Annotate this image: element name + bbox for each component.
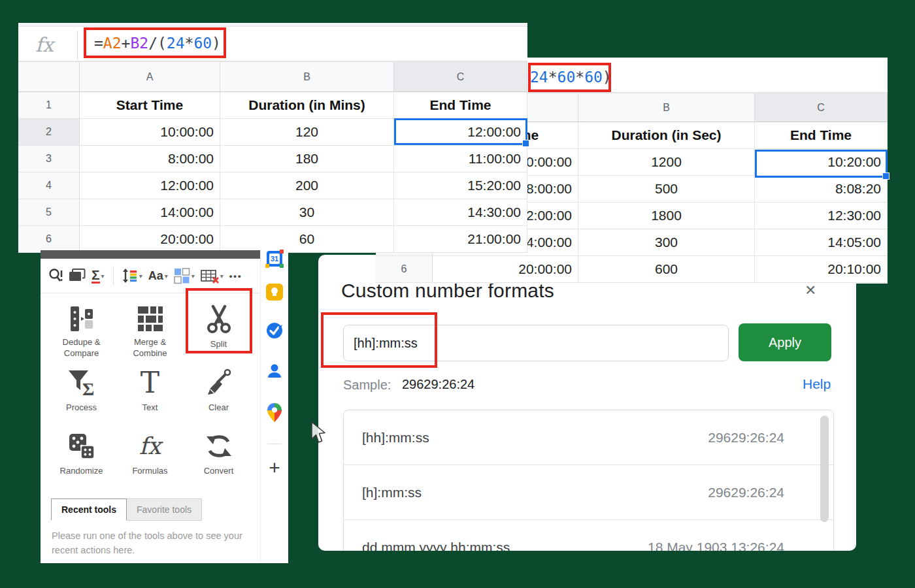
dedupe-compare-icon — [67, 302, 97, 335]
row-number[interactable]: 6 — [376, 256, 433, 283]
cell-c5[interactable]: 14:30:00 — [394, 199, 527, 226]
merge-cells-icon[interactable]: ▾ — [174, 268, 195, 284]
tool-label: Merge & Combine — [119, 337, 181, 359]
cell-c1[interactable]: End Time — [394, 92, 527, 119]
tool-dedupe-compare[interactable]: Dedupe & Compare — [47, 296, 116, 359]
tab-favorite-tools[interactable]: Favorite tools — [127, 498, 202, 521]
cell-a4[interactable]: 12:00:00 — [80, 172, 220, 199]
tool-randomize[interactable]: Randomize — [47, 423, 116, 486]
sample-value: 29629:26:24 — [402, 377, 474, 392]
cell-c6[interactable]: 20:10:00 — [755, 256, 888, 283]
cell-a3[interactable]: 8:00:00 — [80, 146, 220, 172]
cell-b4[interactable]: 200 — [220, 172, 394, 199]
add-addon-icon[interactable]: + — [269, 457, 280, 479]
format-list-item[interactable]: dd mmm yyyy hh:mm:ss 18 May 1903 13:26:2… — [344, 520, 833, 551]
sheets-manager-icon[interactable] — [69, 269, 86, 283]
column-header-b[interactable]: B — [578, 93, 755, 122]
tool-convert[interactable]: Convert — [184, 423, 253, 486]
cell-c3[interactable]: 8:08:20 — [755, 176, 888, 203]
cell-a2[interactable]: 10:00:00 — [80, 119, 220, 146]
row-number[interactable]: 5 — [18, 199, 80, 226]
row-number[interactable]: 4 — [18, 172, 80, 199]
cell-b3[interactable]: 180 — [220, 146, 394, 172]
format-list-item[interactable]: [h]:mm:ss 29629:26:24 — [344, 465, 833, 520]
keep-icon[interactable] — [266, 284, 283, 301]
format-code: dd mmm yyyy hh:mm:ss — [362, 540, 510, 551]
format-list-item[interactable]: [hh]:mm:ss 29629:26:24 — [344, 410, 833, 465]
apply-button[interactable]: Apply — [739, 323, 831, 361]
recent-tools-empty-message: Please run one of the tools above to see… — [52, 529, 248, 558]
chevron-down-icon: ▾ — [139, 272, 142, 280]
tool-process[interactable]: Σ Process — [47, 359, 116, 423]
fill-handle[interactable] — [882, 172, 890, 180]
search-replace-icon[interactable] — [48, 268, 63, 284]
cell-b6[interactable]: 60 — [220, 226, 394, 253]
tab-recent-tools[interactable]: Recent tools — [51, 498, 127, 521]
row-number[interactable]: 1 — [18, 92, 80, 119]
tool-formulas[interactable]: fx Formulas — [116, 423, 184, 486]
power-tools-panel: Σ ▾ ▾ Aa ▾ ▾ ▾ ••• — [41, 250, 288, 563]
sheet2-formula-highlight-box: 24*60*60) — [528, 63, 611, 92]
cell-a5[interactable]: 14:00:00 — [80, 199, 220, 226]
cell-c4[interactable]: 15:20:00 — [394, 172, 527, 199]
contacts-icon[interactable] — [266, 363, 283, 382]
desktop-background: Custom number formats × Apply Sample: 29… — [0, 0, 915, 588]
column-header-a[interactable]: A — [80, 61, 220, 92]
tool-merge-combine[interactable]: Merge & Combine — [116, 296, 184, 359]
selected-cell-outline — [755, 150, 888, 178]
chevron-down-icon: ▾ — [165, 272, 168, 280]
table-row: 1 Start Time Duration (in Mins) End Time — [18, 92, 527, 119]
format-code: [hh]:mm:ss — [362, 430, 429, 446]
formula-bar-divider — [77, 31, 78, 59]
help-link[interactable]: Help — [803, 376, 831, 392]
cell-b3[interactable]: 500 — [578, 176, 755, 203]
cell-a1[interactable]: Start Time — [80, 92, 220, 119]
maps-icon[interactable] — [267, 403, 282, 425]
fill-handle[interactable] — [522, 140, 529, 147]
sheet1-formula-highlight-box: =A2+B2/(24*60) — [84, 27, 226, 58]
sheet1-formula: =A2+B2/(24*60) — [86, 30, 224, 52]
close-icon[interactable]: × — [805, 281, 816, 299]
row-number[interactable]: 6 — [18, 226, 80, 253]
sheet1-duration-minutes: fx =A2+B2/(24*60) A B C 1 Start Time Dur… — [18, 23, 527, 252]
cell-c1[interactable]: End Time — [755, 122, 888, 149]
cell-c4[interactable]: 12:30:00 — [755, 203, 888, 229]
cell-b1[interactable]: Duration (in Mins) — [220, 92, 394, 119]
process-funnel-icon: Σ — [67, 366, 97, 400]
column-header-c[interactable]: C — [394, 61, 527, 92]
cell-a6[interactable]: 20:00:00 — [433, 256, 578, 283]
cell-b1[interactable]: Duration (in Sec) — [578, 122, 755, 149]
more-tools-icon[interactable]: ••• — [229, 271, 242, 281]
tasks-icon[interactable] — [266, 322, 283, 342]
format-preview: 29629:26:24 — [708, 485, 784, 500]
calendar-icon[interactable]: 31 — [267, 251, 282, 267]
tool-text[interactable]: T Text — [116, 359, 184, 423]
cell-b2[interactable]: 120 — [220, 119, 394, 146]
format-list: [hh]:mm:ss 29629:26:24 [h]:mm:ss 29629:2… — [343, 410, 834, 551]
select-all-corner[interactable] — [18, 61, 80, 92]
row-number[interactable]: 2 — [18, 119, 80, 146]
delete-table-icon[interactable]: ▾ — [201, 268, 224, 284]
cell-b5[interactable]: 30 — [220, 199, 394, 226]
cell-b6[interactable]: 600 — [578, 256, 755, 283]
sheet1-formula-bar[interactable]: fx =A2+B2/(24*60) — [18, 27, 527, 61]
autosum-icon[interactable]: Σ ▾ — [92, 268, 105, 284]
cell-b2[interactable]: 1200 — [578, 149, 755, 176]
column-header-b[interactable]: B — [220, 61, 394, 92]
change-case-icon[interactable]: Aa ▾ — [148, 269, 168, 283]
sort-icon[interactable]: ▾ — [122, 268, 142, 284]
chevron-down-icon: ▾ — [101, 272, 105, 280]
cell-c3[interactable]: 11:00:00 — [394, 146, 527, 172]
column-header-c[interactable]: C — [755, 93, 888, 122]
cell-b4[interactable]: 1800 — [578, 203, 755, 229]
tool-clear[interactable]: Clear — [184, 359, 253, 423]
cell-c6[interactable]: 21:00:00 — [394, 226, 527, 253]
custom-number-formats-dialog: Custom number formats × Apply Sample: 29… — [318, 255, 856, 551]
mouse-cursor — [310, 421, 327, 448]
cell-a6[interactable]: 20:00:00 — [80, 226, 220, 253]
row-number[interactable]: 3 — [18, 146, 80, 172]
cell-c5[interactable]: 14:05:00 — [755, 229, 888, 256]
format-input-highlight-box — [321, 312, 437, 368]
list-scrollbar[interactable] — [820, 416, 829, 522]
cell-b5[interactable]: 300 — [578, 229, 755, 256]
